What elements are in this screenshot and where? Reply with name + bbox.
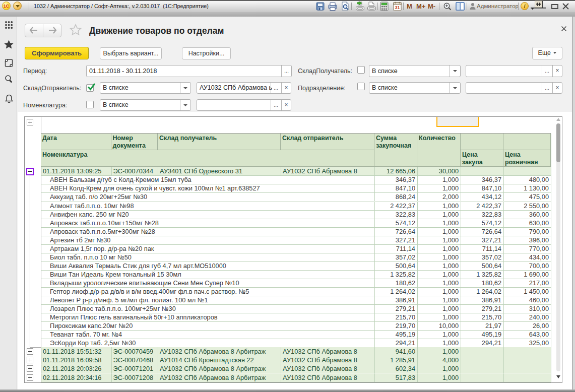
svg-text:31: 31: [395, 5, 400, 10]
